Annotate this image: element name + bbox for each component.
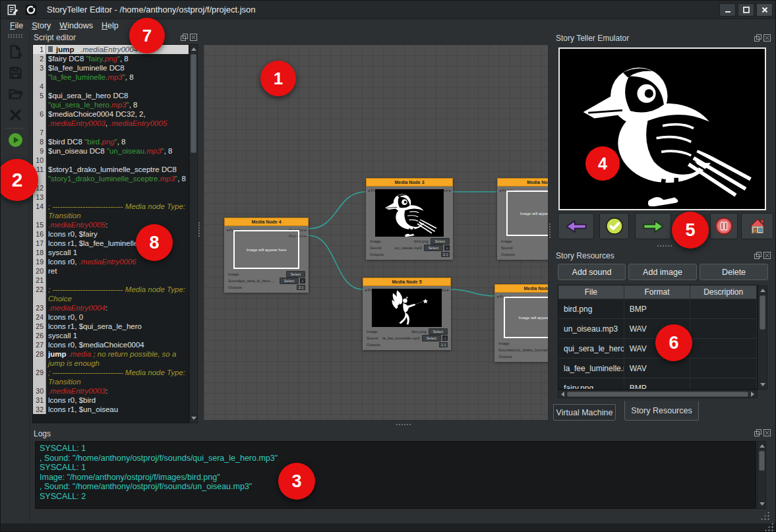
close-panel-icon[interactable]: [763, 252, 771, 259]
script-line-32: 32lcons r1, $un_oiseau: [33, 405, 189, 414]
menu-story[interactable]: Story: [32, 21, 51, 30]
splitter-handle[interactable]: [396, 424, 398, 425]
logs-scrollbar[interactable]: [757, 441, 766, 509]
pause-icon: [715, 217, 733, 235]
panel-resize-grip[interactable]: [760, 511, 769, 520]
script-line-6: 6$mediaChoice0004 DC32, 2, .mediaEntry00…: [33, 109, 189, 128]
float-panel-icon[interactable]: [754, 252, 761, 259]
title-bar[interactable]: StoryTeller Editor - /home/anthony/ostpr…: [1, 1, 776, 19]
table-row[interactable]: la_fee_luminelle.mp3WAV: [558, 359, 757, 378]
annotation-badge-1: 1: [260, 61, 296, 96]
play-sound-button[interactable]: ♪: [444, 245, 450, 251]
menu-help[interactable]: Help: [102, 21, 119, 30]
play-sound-button[interactable]: ♪: [300, 278, 305, 283]
select-sound-button[interactable]: Select: [280, 278, 299, 284]
minimize-button[interactable]: [719, 3, 736, 16]
media-node[interactable]: Media Node 6◂ Port InImage will appear h…: [494, 284, 549, 362]
validate-button[interactable]: [599, 213, 629, 239]
log-line: , Sound: "/home/anthony/ostproj/f/sounds…: [40, 454, 756, 463]
script-line-31: 31lcons r0, $bird: [33, 396, 189, 405]
script-line-3: 3$la_fee_luminelle DC8 "la_fee_luminelle…: [33, 63, 189, 82]
close-project-button[interactable]: [7, 107, 24, 123]
column-header-file[interactable]: File: [558, 285, 624, 299]
new-file-button[interactable]: [7, 44, 24, 60]
float-panel-icon[interactable]: [754, 429, 761, 436]
script-line-14: 14; ---------------------------- Media n…: [33, 202, 189, 220]
float-panel-icon[interactable]: [181, 34, 188, 41]
select-sound-button[interactable]: Select: [422, 335, 441, 341]
log-line: SYSCALL: 1: [40, 444, 756, 454]
script-line-10: 10: [33, 156, 189, 165]
media-node[interactable]: Media Node 4◂ Port InPort Out ▸Port Out …: [224, 218, 309, 293]
play-sound-button[interactable]: ♪: [442, 336, 448, 341]
script-editor-scrollbar[interactable]: [189, 44, 198, 423]
script-line-27: 27lcons r0, $mediaChoice0004: [33, 340, 189, 349]
script-line-22: 22; ---------------------------- Media n…: [33, 285, 189, 303]
add-sound-button[interactable]: Add sound: [558, 264, 626, 280]
media-node[interactable]: Media Node◂ Port InImage will appear her…: [497, 178, 549, 260]
tab-virtual-machine[interactable]: Virtual Machine: [553, 404, 616, 421]
delete-button[interactable]: Delete: [700, 264, 768, 280]
script-line-12: 12: [33, 183, 189, 192]
select-image-button[interactable]: Select: [431, 238, 450, 245]
emulator-title: Story Teller Emulator: [556, 34, 629, 43]
resources-table-hscrollbar[interactable]: [558, 390, 758, 398]
column-header-description[interactable]: Description: [690, 285, 757, 299]
tab-story-resources[interactable]: Story Resources: [624, 401, 699, 421]
column-header-format[interactable]: Format: [624, 285, 691, 299]
select-sound-button[interactable]: Select: [424, 245, 443, 251]
table-row[interactable]: fairy.pngBMP: [558, 378, 757, 390]
outputs-spinner[interactable]: 1▴▾: [441, 252, 450, 257]
menu-file[interactable]: File: [10, 21, 23, 30]
script-line-30: 30.mediaEntry0003:: [33, 386, 189, 396]
close-panel-icon[interactable]: [190, 34, 197, 41]
close-panel-icon[interactable]: [763, 429, 771, 436]
splitter-handle[interactable]: [549, 223, 551, 225]
media-node[interactable]: Media Node 3◂ Port InPort Out ▸Imagebird…: [366, 178, 453, 260]
script-line-9: 9$un_oiseau DC8 "un_oiseau.mp3", 8: [33, 146, 189, 156]
bird-thumbnail: [375, 189, 444, 237]
splitter-handle[interactable]: [657, 245, 659, 247]
run-button[interactable]: [7, 132, 24, 148]
close-button[interactable]: [756, 3, 773, 16]
node-graph-canvas[interactable]: Media Node 4◂ Port InPort Out ▸Port Out …: [203, 44, 549, 421]
open-project-button[interactable]: [7, 86, 24, 102]
script-line-7: 7: [33, 128, 189, 137]
pause-button[interactable]: [710, 213, 738, 239]
select-image-button[interactable]: Select: [429, 328, 448, 335]
outputs-spinner[interactable]: 2▴▾: [297, 285, 305, 290]
script-editor-title: Script editor: [34, 33, 76, 42]
window-resize-grip[interactable]: [764, 522, 773, 531]
next-button[interactable]: [635, 213, 671, 239]
status-strip: [1, 523, 776, 532]
maximize-button[interactable]: [738, 3, 754, 16]
node-title: Media Node 3: [366, 178, 453, 187]
image-placeholder: Image will appear here: [506, 191, 549, 236]
bird-image: [567, 51, 758, 206]
add-image-button[interactable]: Add image: [628, 264, 697, 280]
outputs-spinner[interactable]: 1▴▾: [439, 342, 448, 347]
float-panel-icon[interactable]: [754, 34, 761, 42]
script-line-28: 28jump .media ; no return possible, so a…: [33, 349, 189, 368]
close-panel-icon[interactable]: [763, 34, 771, 42]
annotation-badge-4: 4: [585, 146, 620, 181]
menu-bar: FileStoryWindowsHelp: [1, 19, 776, 32]
media-node[interactable]: Media Node 5◂ Port InPort Out ▸Imagefair…: [363, 278, 451, 350]
log-output[interactable]: SYSCALL: 1, Sound: "/home/anthony/ostpro…: [35, 441, 756, 509]
table-row[interactable]: bird.pngBMP: [558, 299, 757, 319]
toolbar-drag-handle[interactable]: [7, 34, 23, 38]
home-button[interactable]: [741, 213, 773, 239]
splitter-handle[interactable]: [198, 222, 200, 223]
resources-title: Story Resources: [556, 251, 614, 260]
annotation-badge-3: 3: [278, 463, 315, 500]
script-line-24: 24lcons r0, 0: [33, 312, 189, 322]
log-line: SYSCALL: 1: [40, 463, 756, 473]
back-button[interactable]: [558, 213, 594, 239]
menu-windows[interactable]: Windows: [59, 21, 93, 30]
select-image-button[interactable]: Select: [286, 271, 305, 278]
script-line-26: 26syscall 1: [33, 331, 189, 340]
save-button[interactable]: [7, 65, 24, 81]
resources-table-vscrollbar[interactable]: [758, 285, 767, 390]
script-line-2: 2$fairy DC8 "fairy.png", 8: [33, 54, 189, 63]
script-line-4: 4: [33, 82, 189, 91]
